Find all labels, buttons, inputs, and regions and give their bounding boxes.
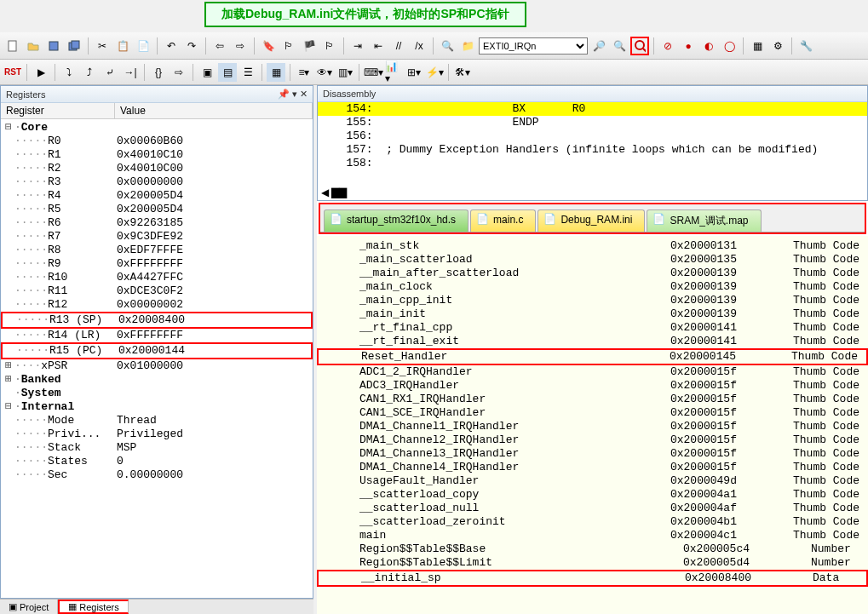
map-row[interactable]: __rt_final_exit0x20000141Thumb Code — [317, 335, 868, 348]
map-row[interactable]: UsageFault_Handler0x2000049dThumb Code — [317, 474, 868, 488]
disasm-line[interactable]: 155: ENDP — [318, 116, 867, 129]
map-row[interactable]: Reset_Handler0x20000145Thumb Code — [317, 348, 868, 365]
tools-icon[interactable]: 🔧 — [796, 37, 815, 55]
register-row[interactable]: ·····States0 — [1, 455, 313, 468]
disable-bp-icon[interactable]: ◐ — [699, 37, 718, 55]
disasm-line[interactable]: 158: — [318, 157, 867, 170]
map-row[interactable]: _main_stk0x20000131Thumb Code — [317, 239, 868, 253]
prev-bookmark-icon[interactable]: 🏳 — [279, 37, 298, 55]
map-row[interactable]: __rt_final_cpp0x20000141Thumb Code — [317, 321, 868, 335]
register-row[interactable]: ·System — [1, 387, 313, 400]
back-icon[interactable]: ⇦ — [210, 37, 229, 55]
disasm-line[interactable]: 157: ; Dummy Exception Handlers (infinit… — [318, 143, 867, 157]
remove-bp-icon[interactable]: ◯ — [720, 37, 739, 55]
undo-icon[interactable]: ↶ — [162, 37, 181, 55]
register-row[interactable]: ⊟·Core — [1, 121, 313, 135]
col-register[interactable]: Register — [1, 103, 115, 118]
map-row[interactable]: __scatterload_zeroinit0x200004b1Thumb Co… — [317, 515, 868, 529]
editor-tab[interactable]: startup_stm32f10x_hd.s — [324, 209, 468, 232]
map-row[interactable]: DMA1_Channel2_IRQHandler0x2000015fThumb … — [317, 433, 868, 447]
register-row[interactable]: ·····R120x00000002 — [1, 298, 313, 312]
find-prev-icon[interactable]: 🔍 — [610, 37, 629, 55]
map-row[interactable]: __scatterload_null0x200004afThumb Code — [317, 502, 868, 515]
register-row[interactable]: ·····R60x92263185 — [1, 216, 313, 230]
save-icon[interactable] — [44, 37, 63, 55]
tab-project[interactable]: ▣ Project — [0, 600, 58, 614]
register-row[interactable]: ·····ModeThread — [1, 414, 313, 428]
editor-tab[interactable]: SRAM_调试.map — [647, 209, 761, 232]
disasm-line[interactable]: 156: — [318, 129, 867, 143]
register-sp[interactable]: ·····R13 (SP)0x20008400 — [1, 312, 313, 329]
stop-icon[interactable]: ⊘ — [658, 37, 677, 55]
map-row[interactable]: DMA1_Channel1_IRQHandler0x2000015fThumb … — [317, 420, 868, 433]
register-row[interactable]: ·····R80xEDF7FFFE — [1, 244, 313, 257]
brace-icon[interactable]: {} — [149, 63, 168, 82]
toolbox-icon[interactable]: 🛠▾ — [453, 63, 472, 82]
search-combo[interactable]: EXTI0_IRQn — [479, 37, 588, 55]
map-row[interactable]: _main_clock0x20000139Thumb Code — [317, 280, 868, 294]
map-row[interactable]: CAN1_RX1_IRQHandler0x2000015fThumb Code — [317, 393, 868, 406]
map-row[interactable]: _main_scatterload0x20000135Thumb Code — [317, 253, 868, 267]
outdent-icon[interactable]: ⇤ — [369, 37, 388, 55]
register-pc[interactable]: ·····R15 (PC)0x20000144 — [1, 342, 313, 359]
paste-icon[interactable]: 📄 — [134, 37, 152, 55]
map-row[interactable]: ADC1_2_IRQHandler0x2000015fThumb Code — [317, 365, 868, 379]
command-icon[interactable]: ▣ — [198, 63, 216, 82]
breakpoint-icon[interactable]: ● — [679, 37, 698, 55]
register-row[interactable]: ·····R50x200005D4 — [1, 203, 313, 216]
forward-icon[interactable]: ⇨ — [231, 37, 250, 55]
map-row[interactable]: _main_cpp_init0x20000139Thumb Code — [317, 294, 868, 307]
step-over-icon[interactable]: ⤴ — [80, 63, 99, 82]
map-row[interactable]: DMA1_Channel4_IRQHandler0x2000015fThumb … — [317, 461, 868, 474]
config-icon[interactable]: ⚙ — [768, 37, 787, 55]
register-row[interactable]: ⊞·Banked — [1, 373, 313, 387]
disasm-icon[interactable]: ▤ — [218, 63, 237, 82]
comment-icon[interactable]: // — [389, 37, 408, 55]
map-row[interactable]: Region$$Table$$Base0x200005c4Number — [317, 542, 868, 556]
register-row[interactable]: ·····R30x00000000 — [1, 175, 313, 189]
window-icon[interactable]: ▦ — [748, 37, 767, 55]
redo-icon[interactable]: ↷ — [182, 37, 201, 55]
register-row[interactable]: ·····R110xDCE3C0F2 — [1, 284, 313, 298]
save-all-icon[interactable] — [65, 37, 83, 55]
trace-icon[interactable]: ⊞▾ — [405, 63, 423, 82]
register-row[interactable]: ⊞····xPSR0x01000000 — [1, 359, 313, 373]
register-row[interactable]: ·····Sec0.00000000 — [1, 468, 313, 482]
col-value[interactable]: Value — [115, 103, 313, 118]
map-row[interactable]: _main_init0x20000139Thumb Code — [317, 307, 868, 321]
registers-icon[interactable]: ▦ — [267, 63, 285, 82]
register-row[interactable]: ·····R10x40010C10 — [1, 148, 313, 162]
new-file-icon[interactable] — [3, 37, 22, 55]
next-bookmark-icon[interactable]: 🏴 — [300, 37, 319, 55]
indent-icon[interactable]: ⇥ — [348, 37, 367, 55]
step-out-icon[interactable]: ⤶ — [101, 63, 119, 82]
serial-icon[interactable]: ⌨▾ — [364, 63, 382, 82]
register-row[interactable]: ·····R70x9C3DFE92 — [1, 230, 313, 244]
register-row[interactable]: ·····R90xFFFFFFFF — [1, 257, 313, 271]
register-row[interactable]: ·····R00x00060B60 — [1, 135, 313, 148]
map-row[interactable]: CAN1_SCE_IRQHandler0x2000015fThumb Code — [317, 406, 868, 420]
register-row[interactable]: ⊟·Internal — [1, 400, 313, 414]
analyzer-icon[interactable]: 📊▾ — [384, 63, 403, 82]
disasm-body[interactable]: 154: BX R0 155: ENDP 156: 157: ; Dummy E… — [318, 102, 867, 170]
copy-icon[interactable]: 📋 — [113, 37, 132, 55]
disasm-line[interactable]: 154: BX R0 — [318, 102, 867, 116]
uncomment-icon[interactable]: /x — [410, 37, 428, 55]
step-into-icon[interactable]: ⤵ — [60, 63, 78, 82]
editor-tab[interactable]: Debug_RAM.ini — [537, 209, 645, 232]
map-row[interactable]: DMA1_Channel3_IRQHandler0x2000015fThumb … — [317, 447, 868, 461]
map-row[interactable]: __initial_sp0x20008400Data — [317, 570, 868, 587]
map-row[interactable]: __scatterload_copy0x200004a1Thumb Code — [317, 488, 868, 502]
debug-icon[interactable] — [630, 37, 649, 55]
map-row[interactable]: Region$$Table$$Limit0x200005d4Number — [317, 556, 868, 570]
run-to-cursor-icon[interactable]: →| — [121, 63, 140, 82]
map-row[interactable]: __main_after_scatterload0x20000139Thumb … — [317, 267, 868, 280]
map-row[interactable]: ADC3_IRQHandler0x2000015fThumb Code — [317, 379, 868, 393]
scroll-left-icon[interactable]: ◀ ▇▇ — [321, 186, 347, 198]
run-icon[interactable]: ▶ — [32, 63, 50, 82]
register-row[interactable]: ·····R14 (LR)0xFFFFFFFF — [1, 329, 313, 342]
map-row[interactable]: main0x200004c1Thumb Code — [317, 529, 868, 542]
register-row[interactable]: ·····R40x200005D4 — [1, 189, 313, 203]
system-icon[interactable]: ⚡▾ — [425, 63, 444, 82]
memory-icon[interactable]: ▥▾ — [336, 63, 354, 82]
